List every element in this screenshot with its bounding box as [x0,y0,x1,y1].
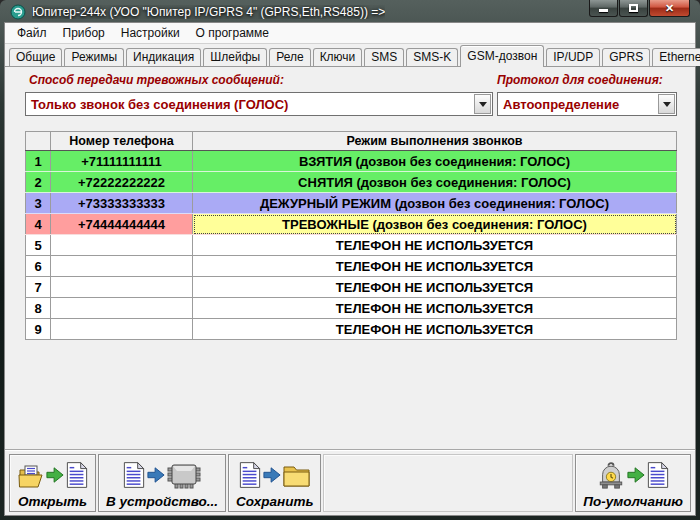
phone-cell[interactable] [51,256,193,277]
open-icon [17,457,88,493]
window-title: Юпитер-244x (УОО "Юпитер IP/GPRS 4" (GPR… [32,5,385,19]
phone-cell[interactable]: +74444444444 [51,214,193,235]
phone-cell[interactable]: +71111111111 [51,151,193,172]
write-to-device-button-label: В устройство... [106,493,218,510]
app-icon [10,4,26,20]
tab-shleyfy[interactable]: Шлейфы [203,48,267,66]
blue-arrow-icon [263,465,281,485]
alarm-method-select[interactable]: Только звонок без соединения (ГОЛОС) [25,92,493,116]
window-controls: ✕ [588,0,690,17]
open-button[interactable]: Открыть [9,454,96,512]
tab-rele[interactable]: Реле [269,48,310,66]
app-window: Юпитер-244x (УОО "Юпитер IP/GPRS 4" (GPR… [0,0,700,520]
document-icon [123,461,145,489]
header-row-number [26,132,51,151]
document-icon [239,461,261,489]
table-row: 1 +71111111111 ВЗЯТИЯ (дозвон без соедин… [26,151,677,172]
tab-sms-k[interactable]: SMS-K [406,48,458,66]
table-row: 2 +72222222222 СНЯТИЯ (дозвон без соедин… [26,172,677,193]
tab-strip: Общие Режимы Индикация Шлейфы Реле Ключи… [5,44,695,66]
alarm-method-value: Только звонок без соединения (ГОЛОС) [26,97,474,112]
tab-indikaciya[interactable]: Индикация [126,48,201,66]
close-button[interactable]: ✕ [649,0,690,17]
table-row: 4 +74444444444 ТРЕВОЖНЫЕ (дозвон без сое… [26,214,677,235]
protocol-label: Протокол для соединения: [497,73,663,87]
alarm-method-label: Способ передачи тревожных сообщений: [29,73,284,87]
tab-gsm-dozvon[interactable]: GSM-дозвон [460,45,544,67]
mode-cell[interactable]: СНЯТИЯ (дозвон без соединения: ГОЛОС) [193,172,677,193]
protocol-select[interactable]: Автоопределение [497,92,677,116]
row-number: 4 [26,214,51,235]
minimize-icon [599,9,608,12]
menu-device[interactable]: Прибор [55,24,113,42]
chip-icon [167,462,201,489]
phone-cell[interactable]: +72222222222 [51,172,193,193]
phone-table: Номер телефона Режим выполнения звонков … [25,131,677,340]
chevron-down-icon [663,102,671,111]
tab-sms[interactable]: SMS [364,48,404,66]
maximize-icon [629,4,638,12]
window-body: Файл Прибор Настройки О программе Общие … [4,22,696,516]
table-row: 5 ТЕЛЕФОН НЕ ИСПОЛЬЗУЕТСЯ [26,235,677,256]
folder-icon [283,463,310,488]
tab-klyuchi[interactable]: Ключи [313,48,363,66]
mode-cell[interactable]: ТЕЛЕФОН НЕ ИСПОЛЬЗУЕТСЯ [193,256,677,277]
defaults-button[interactable]: По-умолчанию [575,454,691,512]
save-button[interactable]: Сохранить [228,454,321,512]
mode-cell[interactable]: ВЗЯТИЯ (дозвон без соединения: ГОЛОС) [193,151,677,172]
table-row: 8 ТЕЛЕФОН НЕ ИСПОЛЬЗУЕТСЯ [26,298,677,319]
row-number: 8 [26,298,51,319]
folder-open-icon [17,462,44,489]
table-row: 7 ТЕЛЕФОН НЕ ИСПОЛЬЗУЕТСЯ [26,277,677,298]
mode-cell[interactable]: ТЕЛЕФОН НЕ ИСПОЛЬЗУЕТСЯ [193,235,677,256]
row-number: 1 [26,151,51,172]
menu-file[interactable]: Файл [9,24,55,42]
mode-cell[interactable]: ТЕЛЕФОН НЕ ИСПОЛЬЗУЕТСЯ [193,277,677,298]
green-arrow-icon [46,465,64,485]
header-mode: Режим выполнения звонков [193,132,677,151]
tab-obshchie[interactable]: Общие [9,48,62,66]
table-row: 6 ТЕЛЕФОН НЕ ИСПОЛЬЗУЕТСЯ [26,256,677,277]
alarm-method-dropdown-button[interactable] [474,94,491,114]
menu-settings[interactable]: Настройки [113,24,188,42]
row-number: 3 [26,193,51,214]
mode-cell[interactable]: ТЕЛЕФОН НЕ ИСПОЛЬЗУЕТСЯ [193,298,677,319]
open-button-label: Открыть [18,493,87,510]
mode-cell[interactable]: ТРЕВОЖНЫЕ (дозвон без соединения: ГОЛОС) [193,214,677,235]
phone-cell[interactable]: +73333333333 [51,193,193,214]
write-to-device-icon [123,457,201,493]
defaults-button-label: По-умолчанию [583,493,683,510]
row-number: 5 [26,235,51,256]
row-number: 9 [26,319,51,340]
minimize-button[interactable] [589,0,618,17]
menu-bar: Файл Прибор Настройки О программе [5,23,695,44]
bottom-toolbar: Открыть [5,449,695,515]
green-arrow-icon [627,465,645,485]
bell-icon [597,461,625,490]
phone-cell[interactable] [51,277,193,298]
tab-ethernet[interactable]: Ethernet [652,48,700,66]
maximize-button[interactable] [619,0,648,17]
row-number: 2 [26,172,51,193]
header-phone: Номер телефона [51,132,193,151]
protocol-dropdown-button[interactable] [658,94,675,114]
phone-cell[interactable] [51,298,193,319]
tab-rezhimy[interactable]: Режимы [64,48,124,66]
write-to-device-button[interactable]: В устройство... [98,454,226,512]
mode-cell[interactable]: ДЕЖУРНЫЙ РЕЖИМ (дозвон без соединения: Г… [193,193,677,214]
save-icon [239,457,310,493]
phone-cell[interactable] [51,235,193,256]
menu-about[interactable]: О программе [188,24,277,42]
tab-ip-udp[interactable]: IP/UDP [546,48,600,66]
table-row: 9 ТЕЛЕФОН НЕ ИСПОЛЬЗУЕТСЯ [26,319,677,340]
tab-gprs[interactable]: GPRS [602,48,650,66]
chevron-down-icon [479,102,487,111]
row-number: 6 [26,256,51,277]
mode-cell[interactable]: ТЕЛЕФОН НЕ ИСПОЛЬЗУЕТСЯ [193,319,677,340]
protocol-value: Автоопределение [498,97,658,112]
close-icon: ✕ [665,3,674,14]
table-row: 3 +73333333333 ДЕЖУРНЫЙ РЕЖИМ (дозвон бе… [26,193,677,214]
phone-cell[interactable] [51,319,193,340]
document-icon [66,461,88,489]
blue-arrow-icon [147,465,165,485]
